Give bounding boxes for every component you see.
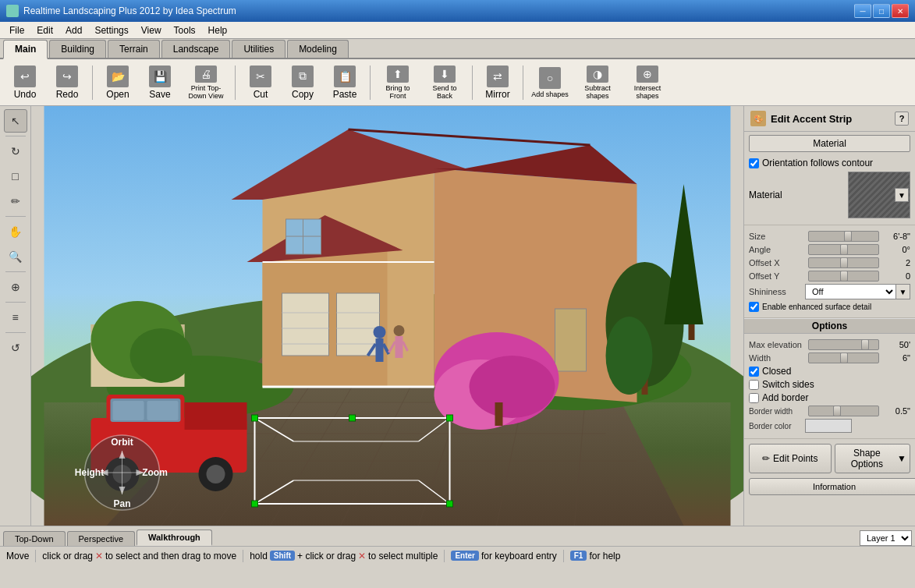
menu-edit[interactable]: Edit	[30, 23, 59, 37]
toolbar: ↩ Undo ↪ Redo 📂 Open 💾 Save 🖨 Print Top-…	[0, 59, 915, 106]
zoom-tool[interactable]: 🔍	[4, 245, 27, 268]
width-label: Width	[749, 353, 805, 363]
offset-x-slider[interactable]	[808, 257, 879, 268]
width-thumb[interactable]	[840, 352, 848, 363]
canvas-area[interactable]: Orbit Zoom Pan Height	[31, 106, 743, 526]
bring-to-front-icon: ⬆	[387, 66, 409, 83]
enhanced-surface-checkbox[interactable]	[749, 302, 759, 312]
tab-main[interactable]: Main	[3, 40, 48, 59]
material-row: Material ▼	[749, 172, 910, 218]
layers-tool[interactable]: ≡	[4, 306, 27, 329]
paste-button[interactable]: 📋 Paste	[325, 62, 365, 103]
cut-button[interactable]: ✂ Cut	[240, 62, 281, 103]
material-button[interactable]: Material	[749, 135, 910, 152]
width-slider[interactable]	[808, 352, 879, 363]
send-to-back-icon: ⬇	[434, 66, 456, 83]
size-thumb[interactable]	[844, 231, 852, 242]
minimize-button[interactable]: ─	[854, 4, 871, 18]
max-elevation-slider[interactable]	[808, 339, 879, 350]
shininess-select[interactable]: Off	[805, 284, 896, 299]
measure-tool[interactable]: ⊕	[4, 275, 27, 299]
send-to-back-button[interactable]: ⬇ Send to Back	[422, 62, 467, 103]
open-button[interactable]: 📂 Open	[98, 62, 138, 103]
tab-terrain[interactable]: Terrain	[108, 40, 160, 58]
svg-point-48	[470, 356, 555, 418]
toolbar-sep-1	[92, 66, 93, 100]
print-button[interactable]: 🖨 Print Top-Down View	[182, 62, 230, 103]
material-dropdown[interactable]: ▼	[848, 172, 910, 218]
offset-x-thumb[interactable]	[840, 257, 848, 268]
svg-rect-49	[495, 402, 503, 426]
save-button[interactable]: 💾 Save	[140, 62, 180, 103]
mirror-button[interactable]: ⇄ Mirror	[477, 62, 518, 103]
size-value: 6'-8"	[882, 232, 910, 241]
pencil-tool[interactable]: ✏	[4, 190, 27, 213]
angle-slider[interactable]	[808, 244, 879, 255]
pan-tool[interactable]: ✋	[4, 220, 27, 243]
enter-key-badge: Enter	[451, 551, 479, 561]
main-area: ↖ ↻ □ ✏ ✋ 🔍 ⊕ ≡ ↺	[0, 106, 915, 526]
app-title: Realtime Landscaping Plus 2012 by Idea S…	[23, 5, 854, 16]
svg-text:Pan: Pan	[113, 498, 130, 509]
menu-help[interactable]: Help	[202, 23, 234, 37]
shininess-label: Shininess	[749, 287, 805, 296]
switch-sides-label: Switch sides	[762, 379, 814, 390]
tab-building[interactable]: Building	[49, 40, 106, 58]
menu-add[interactable]: Add	[59, 23, 88, 37]
right-panel: 🎨 Edit Accent Strip ? Material Orientati…	[743, 106, 915, 526]
svg-rect-63	[349, 415, 356, 421]
add-shapes-button[interactable]: ○ Add shapes	[528, 62, 572, 103]
offset-y-thumb[interactable]	[840, 271, 848, 282]
tab-landscape[interactable]: Landscape	[161, 40, 231, 58]
redo-button[interactable]: ↪ Redo	[47, 62, 87, 103]
tab-walkthrough[interactable]: Walkthrough	[137, 530, 212, 546]
tab-perspective[interactable]: Perspective	[67, 531, 135, 546]
add-border-row: Add border	[749, 392, 910, 403]
title-bar: Realtime Landscaping Plus 2012 by Idea S…	[0, 0, 915, 22]
shape-options-button[interactable]: Shape Options ▼	[835, 444, 911, 473]
orientation-checkbox[interactable]	[749, 158, 759, 168]
menu-tools[interactable]: Tools	[168, 23, 202, 37]
close-button[interactable]: ✕	[892, 4, 909, 18]
information-button[interactable]: Information	[749, 478, 915, 495]
undo-tool[interactable]: ↺	[4, 336, 27, 360]
intersect-shapes-button[interactable]: ⊕ Intersect shapes	[623, 62, 672, 103]
subtract-shapes-button[interactable]: ◑ Subtract shapes	[573, 62, 622, 103]
border-color-swatch[interactable]	[805, 419, 852, 433]
closed-checkbox[interactable]	[749, 367, 759, 377]
status-sep-4	[563, 550, 564, 562]
tab-utilities[interactable]: Utilities	[232, 40, 285, 58]
angle-thumb[interactable]	[840, 244, 848, 255]
menu-view[interactable]: View	[135, 23, 168, 37]
subtract-shapes-icon: ◑	[587, 66, 608, 83]
svg-rect-79	[395, 336, 403, 358]
tab-top-down[interactable]: Top-Down	[3, 531, 66, 546]
size-slider[interactable]	[808, 231, 879, 242]
menu-file[interactable]: File	[3, 23, 30, 37]
select-tool[interactable]: ↖	[4, 109, 27, 133]
maximize-button[interactable]: □	[873, 4, 890, 18]
menu-settings[interactable]: Settings	[88, 23, 134, 37]
offset-y-slider[interactable]	[808, 271, 879, 282]
border-width-thumb[interactable]	[833, 406, 841, 416]
width-row: Width 6"	[749, 352, 910, 363]
svg-rect-62	[447, 501, 453, 507]
help-button[interactable]: ?	[895, 112, 909, 126]
options-section: Max elevation 50' Width 6"	[744, 334, 915, 439]
edit-points-button[interactable]: ✏ Edit Points	[749, 444, 832, 473]
switch-sides-row: Switch sides	[749, 379, 910, 390]
layer-select[interactable]: Layer 1	[860, 530, 912, 546]
undo-button[interactable]: ↩ Undo	[5, 62, 45, 103]
border-width-slider[interactable]	[808, 406, 879, 416]
max-elevation-thumb[interactable]	[861, 339, 869, 350]
shininess-arrow[interactable]: ▼	[896, 284, 910, 299]
switch-sides-checkbox[interactable]	[749, 380, 759, 390]
rect-tool[interactable]: □	[4, 165, 27, 188]
material-dropdown-arrow[interactable]: ▼	[895, 188, 909, 202]
orbit-tool[interactable]: ↻	[4, 140, 27, 163]
tab-modeling[interactable]: Modeling	[287, 40, 349, 58]
add-border-checkbox[interactable]	[749, 393, 759, 403]
bring-to-front-button[interactable]: ⬆ Bring to Front	[375, 62, 420, 103]
status-sep-3	[444, 550, 445, 562]
copy-button[interactable]: ⧉ Copy	[282, 62, 323, 103]
